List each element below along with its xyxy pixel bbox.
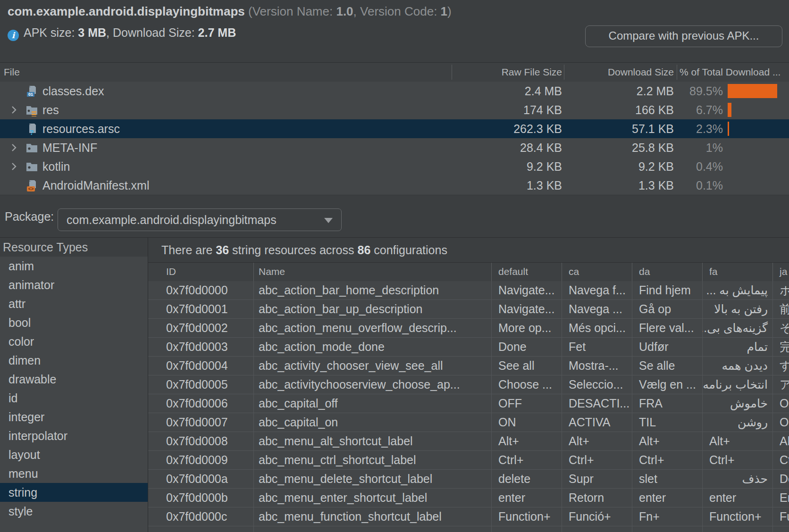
cell-id: 0x7f0d0003 xyxy=(148,338,254,357)
cell-ca: Més opci... xyxy=(562,319,632,338)
file-row-android-manifest[interactable]: <> AndroidManifest.xml 1.3 KB 1.3 KB 0.1… xyxy=(0,176,789,195)
file-row-resources-arsc[interactable]: ? resources.arsc 262.3 KB 57.1 KB 2.3% xyxy=(0,119,789,138)
chevron-right-icon[interactable] xyxy=(8,161,19,172)
table-row[interactable]: 0x7f0d000aabc_menu_delete_shortcut_label… xyxy=(148,470,789,489)
table-row[interactable]: 0x7f0d000cabc_menu_function_shortcut_lab… xyxy=(148,507,789,526)
table-row[interactable]: 0x7f0d000babc_menu_enter_shortcut_labele… xyxy=(148,489,789,507)
cell-name: abc_menu_enter_shortcut_label xyxy=(254,489,492,507)
folder-icon xyxy=(25,141,38,154)
download-pct-bar xyxy=(728,122,729,136)
chevron-right-icon[interactable] xyxy=(8,105,19,115)
arsc-file-icon: ? xyxy=(25,123,38,135)
column-header-fa[interactable]: fa xyxy=(703,263,773,282)
sidebar-item-animator[interactable]: animator xyxy=(0,275,148,294)
cell-ca: Supr xyxy=(562,470,632,489)
cell-da: Se alle xyxy=(632,357,703,375)
cell-default: Navigate... xyxy=(492,300,562,319)
cell-fa: Function+ xyxy=(703,507,773,526)
cell-fa: Ctrl+ xyxy=(703,451,773,470)
cell-ca: Alt+ xyxy=(562,432,632,451)
table-row[interactable]: 0x7f0d0002abc_action_menu_overflow_descr… xyxy=(148,319,789,338)
table-row[interactable]: 0x7f0d0000abc_action_bar_home_descriptio… xyxy=(148,281,789,300)
column-header-download-size[interactable]: Download Size xyxy=(608,63,674,82)
column-header-file[interactable]: File xyxy=(4,63,20,82)
cell-da: Fn+ xyxy=(632,507,703,526)
sidebar-item-id[interactable]: id xyxy=(0,389,148,407)
column-header-ca[interactable]: ca xyxy=(562,263,632,282)
sidebar-item-color[interactable]: color xyxy=(0,332,148,351)
cell-ca: Mostra-... xyxy=(562,357,632,375)
table-row[interactable]: 0x7f0d0001abc_action_bar_up_descriptionN… xyxy=(148,300,789,319)
sidebar-item-style[interactable]: style xyxy=(0,502,148,521)
cell-ja: ON xyxy=(773,413,789,432)
file-row-kotlin[interactable]: kotlin 9.2 KB 9.2 KB 0.4% xyxy=(0,157,789,176)
cell-id: 0x7f0d0004 xyxy=(148,357,254,375)
file-row-classes-dex[interactable]: 01 classes.dex 2.4 MB 2.2 MB 89.5% xyxy=(0,82,789,100)
column-divider[interactable] xyxy=(564,65,564,80)
column-header-raw-size[interactable]: Raw File Size xyxy=(502,63,562,82)
svg-text:?: ? xyxy=(29,128,34,135)
cell-default: Function+ xyxy=(492,507,562,526)
dex-file-icon: 01 xyxy=(25,85,38,98)
sidebar-item-bool[interactable]: bool xyxy=(0,313,148,332)
sidebar-title: Resource Types xyxy=(3,238,88,257)
table-row[interactable]: 0x7f0d0008abc_menu_alt_shortcut_labelAlt… xyxy=(148,432,789,451)
chevron-right-icon[interactable] xyxy=(8,142,19,153)
column-divider[interactable] xyxy=(452,65,452,80)
table-row[interactable]: 0x7f0d0005abc_activitychooserview_choose… xyxy=(148,375,789,394)
sidebar-item-attr[interactable]: attr xyxy=(0,294,148,313)
cell-fa: روشن xyxy=(703,413,773,432)
cell-ca: Navega f... xyxy=(562,281,632,300)
cell-default: Choose ... xyxy=(492,375,562,394)
sidebar-item-drawable[interactable]: drawable xyxy=(0,370,148,389)
cell-ja: Ctrl+ xyxy=(773,451,789,470)
column-header-id[interactable]: ID xyxy=(148,263,254,282)
table-row[interactable]: 0x7f0d0004abc_activity_chooser_view_see_… xyxy=(148,357,789,375)
column-header-name[interactable]: Name xyxy=(254,263,492,282)
cell-da: FRA xyxy=(632,394,703,413)
package-dropdown[interactable]: com.example.android.displayingbitmaps xyxy=(58,208,342,231)
package-label: Package: xyxy=(5,208,54,224)
cell-ja: Delete xyxy=(773,470,789,489)
cell-name: abc_action_mode_done xyxy=(254,338,492,357)
cell-da: slet xyxy=(632,470,703,489)
column-header-pct-download[interactable]: % of Total Download ... xyxy=(680,63,781,82)
cell-fa: گزینه‌های بی... xyxy=(703,319,773,338)
cell-id: 0x7f0d0000 xyxy=(148,281,254,300)
file-row-res[interactable]: res 174 KB 166 KB 6.7% xyxy=(0,100,789,119)
sidebar-item-string[interactable]: string xyxy=(0,483,148,502)
column-header-default[interactable]: default xyxy=(492,263,562,282)
chevron-down-icon xyxy=(324,218,333,223)
cell-name: abc_action_menu_overflow_descrip... xyxy=(254,319,492,338)
sidebar-item-dimen[interactable]: dimen xyxy=(0,351,148,370)
column-header-ja[interactable]: ja xyxy=(773,263,789,282)
table-row[interactable]: 0x7f0d0009abc_menu_ctrl_shortcut_labelCt… xyxy=(148,451,789,470)
cell-da: Find hjem xyxy=(632,281,703,300)
cell-name: abc_activitychooserview_choose_ap... xyxy=(254,375,492,394)
cell-da: Udfør xyxy=(632,338,703,357)
table-row xyxy=(148,526,789,532)
cell-id: 0x7f0d0001 xyxy=(148,300,254,319)
sidebar-item-interpolator[interactable]: interpolator xyxy=(0,426,148,445)
apk-analyzer-window: com.example.android.displayingbitmaps (V… xyxy=(0,0,789,532)
svg-text:<>: <> xyxy=(28,186,34,191)
cell-da: Gå op xyxy=(632,300,703,319)
sidebar-item-layout[interactable]: layout xyxy=(0,445,148,464)
sidebar-item-menu[interactable]: menu xyxy=(0,464,148,483)
table-row[interactable]: 0x7f0d0007abc_capital_onONACTIVATILروشنO… xyxy=(148,413,789,432)
table-row[interactable]: 0x7f0d0003abc_action_mode_doneDoneFetUdf… xyxy=(148,338,789,357)
cell-fa: رفتن به بالا xyxy=(703,300,773,319)
cell-da: Vælg en ... xyxy=(632,375,703,394)
cell-default: OFF xyxy=(492,394,562,413)
sidebar-item-integer[interactable]: integer xyxy=(0,407,148,426)
compare-previous-apk-button[interactable]: Compare with previous APK... xyxy=(585,25,782,47)
cell-name: abc_capital_off xyxy=(254,394,492,413)
cell-default: delete xyxy=(492,470,562,489)
string-resources-summary: There are 36 string resources across 86 … xyxy=(148,238,789,262)
file-row-meta-inf[interactable]: META-INF 28.4 KB 25.8 KB 1% xyxy=(0,138,789,157)
column-header-da[interactable]: da xyxy=(632,263,703,282)
cell-name: abc_capital_on xyxy=(254,413,492,432)
table-row[interactable]: 0x7f0d0006abc_capital_offOFFDESACTI...FR… xyxy=(148,394,789,413)
column-divider[interactable] xyxy=(677,65,677,80)
sidebar-item-anim[interactable]: anim xyxy=(0,257,148,275)
